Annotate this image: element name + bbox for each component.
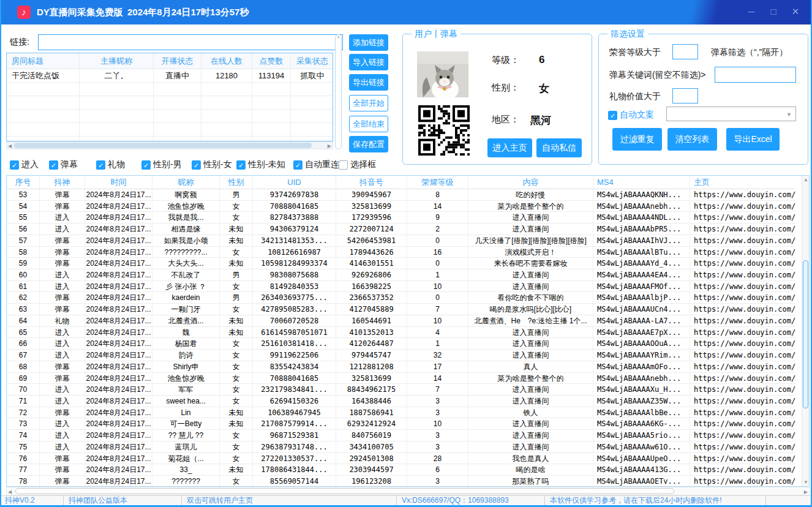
export-links-button[interactable]: 导出链接 <box>349 74 388 91</box>
table-row[interactable]: 74进入2024年8月24日17...?? 慧儿 ??女968715293818… <box>7 430 809 441</box>
main-table-horizontal-scrollbar[interactable]: ◀ ▶ <box>6 487 810 495</box>
table-row[interactable]: 62弹幕2024年8月24日17...kaerdein男263403693775… <box>7 292 809 304</box>
table-row[interactable]: 78弹幕2024年8月24日17...???????女8556905714419… <box>7 476 809 487</box>
close-button[interactable]: ✕ <box>789 5 802 18</box>
main-cell: 94306379124 <box>253 223 336 235</box>
checkbox-checked-icon[interactable]: ✓ <box>192 160 201 170</box>
table-row[interactable]: 56进入2024年8月24日17...相遇是缘未知943063791242272… <box>7 223 809 235</box>
checkbox-checked-icon[interactable]: ✓ <box>236 160 246 170</box>
checkbox-gift[interactable]: ✓礼物 <box>96 159 125 171</box>
main-cell: 军军 <box>152 384 220 396</box>
scroll-right-icon[interactable]: ▶ <box>328 143 331 149</box>
minimize-button[interactable]: ─ <box>745 5 758 18</box>
scrollbar-thumb[interactable] <box>15 488 674 494</box>
export-excel-button[interactable]: 导出Excel <box>726 128 780 151</box>
room-cell <box>7 123 80 137</box>
table-row[interactable]: 65进入2024年8月24日17...魏未知616145987051071410… <box>7 327 809 339</box>
checkbox-checked-icon[interactable]: ✓ <box>141 160 151 170</box>
room-table-empty-row[interactable] <box>7 96 333 110</box>
import-links-button[interactable]: 导入链接 <box>349 54 388 70</box>
room-table-empty-row[interactable] <box>7 83 333 96</box>
checkbox-gender-unknown[interactable]: ✓性别-未知 <box>236 159 285 171</box>
table-row[interactable]: 53弹幕2024年8月24日17...啊窝额男93742697838390945… <box>7 189 809 201</box>
checkbox-danmu[interactable]: ✓弹幕 <box>49 159 78 171</box>
stop-all-button[interactable]: 全部结束 <box>349 116 388 132</box>
scroll-up-icon[interactable]: ▲ <box>803 176 808 183</box>
main-cell: 272201330537... <box>253 453 336 465</box>
table-row[interactable]: 59弹幕2024年8月24日17...大头大头...未知105981284993… <box>7 258 809 269</box>
checkbox-checked-icon[interactable]: ✓ <box>293 160 303 170</box>
main-cell: 一颗门牙 <box>152 304 220 315</box>
checkbox-checked-icon[interactable]: ✓ <box>96 160 105 170</box>
table-row[interactable]: 63弹幕2024年8月24日17...一颗门牙女427895085283...4… <box>7 304 809 315</box>
table-row[interactable]: 73进入2024年8月24日17...可一Betty未知217087579914… <box>7 418 809 430</box>
table-row[interactable]: 58弹幕2024年8月24日17...?????????...女10812661… <box>7 247 809 258</box>
main-cell: 来长春吧不需要看嫁妆 <box>468 258 593 269</box>
room-table-horizontal-scrollbar[interactable]: ◀ ▶ <box>6 141 333 149</box>
start-all-button[interactable]: 全部开始 <box>349 95 388 111</box>
maximize-button[interactable]: □ <box>767 5 780 18</box>
add-link-button[interactable]: 添加链接 <box>349 34 388 51</box>
main-cell: 6 <box>407 464 468 476</box>
scrollbar-thumb[interactable] <box>803 260 808 408</box>
goto-homepage-button[interactable]: 进入主页 <box>487 138 532 157</box>
keyword-input[interactable] <box>715 67 796 83</box>
scroll-left-icon[interactable]: ◀ <box>8 489 12 495</box>
table-row[interactable]: 64礼物2024年8月24日17...北麓煮酒...未知700607205281… <box>7 315 809 327</box>
checkbox-unchecked-icon[interactable] <box>339 160 348 170</box>
table-row[interactable]: 66进入2024年8月24日17...杨国君女251610381418...41… <box>7 338 809 350</box>
table-row[interactable]: 69弹幕2024年8月24日17...池鱼惊岁晚女708880416853258… <box>7 373 809 385</box>
table-row[interactable]: 57弹幕2024年8月24日17...如果我是小颂未知342131481353.… <box>7 235 809 247</box>
table-row[interactable]: 54弹幕2024年8月24日17...池鱼惊岁晚女708880416853258… <box>7 201 809 212</box>
table-row[interactable]: 67进入2024年8月24日17...韵诗女991196225069794457… <box>7 350 809 361</box>
auto-text-select[interactable]: ▼ <box>666 107 796 121</box>
checkbox-gender-male[interactable]: ✓性别-男 <box>141 159 182 171</box>
main-cell: 韵诗 <box>152 350 220 361</box>
table-row[interactable]: 76弹幕2024年8月24日17...菊花姐（...女272201330537.… <box>7 453 809 465</box>
main-cell: sweet hea... <box>152 396 220 407</box>
scroll-right-icon[interactable]: ▶ <box>804 489 808 495</box>
main-table-vertical-scrollbar[interactable]: ▲ ▼ <box>802 176 809 486</box>
room-table-row[interactable]: 干完活吃点饭二丫。直播中12180113194抓取中 <box>7 69 333 83</box>
table-row[interactable]: 72弹幕2024年8月24日17...Lin未知1063894679451887… <box>7 407 809 419</box>
checkbox-enter[interactable]: ✓进入 <box>10 159 39 171</box>
status-team: 抖神团队公益版本 <box>64 496 182 505</box>
room-cell: 二丫。 <box>80 69 154 83</box>
main-cell: 81492840353 <box>253 281 336 293</box>
checkbox-auto-reconnect[interactable]: ✓自动重连 <box>293 159 339 171</box>
save-config-button[interactable]: 保存配置 <box>349 136 388 152</box>
checkbox-checked-icon[interactable]: ✓ <box>10 160 19 170</box>
scrollbar-thumb[interactable] <box>14 143 312 148</box>
main-cell: 166398225 <box>336 281 407 293</box>
gift-value-input[interactable] <box>672 88 698 103</box>
table-row[interactable]: 70进入2024年8月24日17...军军女232179834841...884… <box>7 384 809 396</box>
checkbox-gender-female[interactable]: ✓性别-女 <box>192 159 232 171</box>
filter-duplicates-button[interactable]: 过滤重复 <box>612 128 662 151</box>
clear-list-button[interactable]: 清空列表 <box>667 128 717 151</box>
main-cell: 进入 <box>40 430 85 441</box>
table-row[interactable]: 71进入2024年8月24日17...sweet hea...女62694150… <box>7 396 809 407</box>
main-column-header: 性别 <box>220 176 253 189</box>
table-row[interactable]: 77弹幕2024年8月24日17...33_未知178086431844...2… <box>7 464 809 476</box>
table-row[interactable]: 75进入2024年8月24日17...蓝琪儿女296387931748...34… <box>7 441 809 453</box>
scroll-left-icon[interactable]: ◀ <box>8 143 12 149</box>
link-input[interactable] <box>38 34 343 50</box>
checkbox-select-box[interactable]: 选择框 <box>339 159 376 171</box>
table-row[interactable]: 61进入2024年8月24日17...彡 张小张 ？女8149284035316… <box>7 281 809 293</box>
auto-dm-button[interactable]: 自动私信 <box>536 138 582 157</box>
room-table-empty-row[interactable] <box>7 137 333 141</box>
room-table-vertical-scrollbar[interactable]: ▲ <box>335 34 342 149</box>
main-cell: 2024年8月24日17... <box>85 453 152 465</box>
main-cell: 女 <box>220 373 253 385</box>
table-row[interactable]: 55进入2024年8月24日17...我就是我...女8278437388817… <box>7 212 809 223</box>
checkbox-checked-icon[interactable]: ✓ <box>49 160 58 170</box>
room-table-empty-row[interactable] <box>7 123 333 137</box>
table-row[interactable]: 68弹幕2024年8月24日17...Shirly申女8355424383412… <box>7 361 809 373</box>
room-table-empty-row[interactable] <box>7 110 333 123</box>
checkbox-checked-icon[interactable]: ✓ <box>608 111 617 120</box>
room-column-header: 采集状态 <box>291 53 333 69</box>
auto-text-checkbox[interactable]: ✓ 自动文案 <box>608 109 654 121</box>
scroll-down-icon[interactable]: ▼ <box>803 479 808 486</box>
honor-level-input[interactable] <box>672 44 698 59</box>
table-row[interactable]: 60进入2024年8月24日17...不乱改了男9830807568892692… <box>7 269 809 281</box>
